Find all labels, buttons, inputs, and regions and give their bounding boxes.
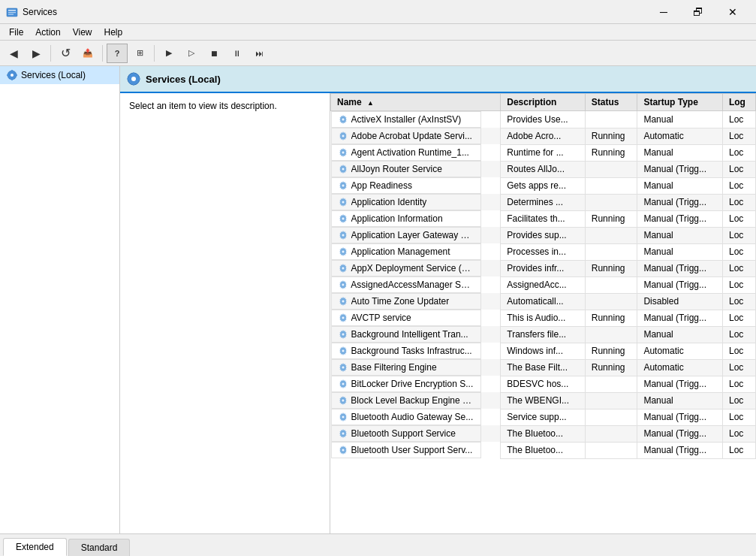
col-header-logon[interactable]: Log [722, 94, 755, 111]
table-row[interactable]: AllJoyn Router Service Routes AllJo...Ma… [331, 161, 756, 177]
gear-icon [338, 313, 348, 323]
pause-button[interactable]: ⏸ [226, 44, 247, 63]
service-status [585, 425, 637, 442]
service-logon: Loc [722, 177, 755, 194]
table-body: ActiveX Installer (AxInstSV) Provides Us… [331, 111, 756, 459]
help-button[interactable]: ? [107, 44, 128, 63]
description-sidebar: Select an item to view its description. [120, 93, 330, 533]
service-logon: Loc [722, 293, 755, 310]
close-button[interactable]: ✕ [715, 0, 750, 24]
gear-icon [338, 263, 348, 273]
service-logon: Loc [722, 442, 755, 458]
window-controls: ─ 🗗 ✕ [646, 0, 750, 24]
service-startup-type: Manual (Trigg... [637, 210, 723, 227]
service-name: Bluetooth Support Service [351, 428, 456, 439]
service-description: AssignedAcc... [501, 276, 586, 293]
menu-help[interactable]: Help [98, 26, 129, 39]
table-row[interactable]: Base Filtering Engine The Base Filt...Ru… [331, 359, 756, 376]
table-row[interactable]: App Readiness Gets apps re...ManualLoc [331, 177, 756, 194]
col-header-startup-type[interactable]: Startup Type [637, 94, 723, 111]
table-row[interactable]: AppX Deployment Service (A... Provides i… [331, 260, 756, 276]
col-header-status[interactable]: Status [585, 94, 637, 111]
table-row[interactable]: Auto Time Zone Updater Automaticall...Di… [331, 293, 756, 310]
service-description: Facilitates th... [501, 210, 586, 227]
play-button[interactable]: ▶ [158, 44, 179, 63]
back-button[interactable]: ◀ [3, 44, 24, 63]
service-startup-type: Manual (Trigg... [637, 425, 723, 442]
service-startup-type: Manual (Trigg... [637, 310, 723, 326]
gear-icon [338, 164, 348, 174]
table-row[interactable]: Bluetooth Audio Gateway Se... Service su… [331, 409, 756, 425]
svg-point-35 [341, 267, 344, 270]
table-row[interactable]: Adobe Acrobat Update Servi... Adobe Acro… [331, 128, 756, 144]
service-name: App Readiness [351, 180, 412, 191]
col-header-description[interactable]: Description [501, 94, 586, 111]
service-startup-type: Manual (Trigg... [637, 442, 723, 458]
table-row[interactable]: Application Identity Determines ...Manua… [331, 194, 756, 210]
table-row[interactable]: Application Layer Gateway S... Provides … [331, 227, 756, 243]
resume-button[interactable]: ⏭ [248, 44, 270, 63]
service-name: Application Identity [351, 197, 427, 207]
service-status: Running [585, 128, 637, 144]
table-row[interactable]: Block Level Backup Engine S... The WBENG… [331, 392, 756, 409]
service-logon: Loc [722, 111, 755, 128]
service-name: Application Management [351, 246, 450, 257]
service-logon: Loc [722, 161, 755, 177]
refresh-button[interactable]: ↺ [55, 44, 76, 63]
stop-button[interactable]: ⏹ [203, 44, 224, 63]
table-area[interactable]: Name ▲ Description Status Startup Type L… [330, 93, 756, 533]
table-row[interactable]: Application Information Facilitates th..… [331, 210, 756, 227]
svg-point-5 [11, 74, 14, 77]
table-row[interactable]: Agent Activation Runtime_1... Runtime fo… [331, 144, 756, 161]
service-logon: Loc [722, 260, 755, 276]
service-name-cell: Application Identity [331, 194, 481, 210]
table-row[interactable]: Background Tasks Infrastruc... Windows i… [331, 343, 756, 359]
service-name: Block Level Backup Engine S... [351, 395, 474, 406]
minimize-button[interactable]: ─ [646, 0, 681, 24]
menu-file[interactable]: File [3, 26, 29, 39]
table-row[interactable]: AVCTP service This is Audio...RunningMan… [331, 310, 756, 326]
table-row[interactable]: AssignedAccessManager Ser... AssignedAcc… [331, 276, 756, 293]
service-name-cell: Block Level Backup Engine S... [331, 392, 481, 409]
service-startup-type: Disabled [637, 293, 723, 310]
service-name: Bluetooth Audio Gateway Se... [351, 412, 474, 422]
forward-button[interactable]: ▶ [26, 44, 47, 63]
menu-view[interactable]: View [67, 26, 98, 39]
service-logon: Loc [722, 343, 755, 359]
service-description: Determines ... [501, 194, 586, 210]
menu-action[interactable]: Action [29, 26, 66, 39]
play2-button[interactable]: ▷ [181, 44, 202, 63]
services-table: Name ▲ Description Status Startup Type L… [330, 93, 756, 459]
table-row[interactable]: Background Intelligent Tran... Transfers… [331, 326, 756, 343]
tab-extended[interactable]: Extended [3, 538, 67, 556]
export-button[interactable]: 📤 [77, 44, 98, 63]
table-row[interactable]: Bluetooth User Support Serv... The Bluet… [331, 442, 756, 458]
services-header-bar: Services (Local) [120, 66, 756, 93]
restore-button[interactable]: 🗗 [681, 0, 715, 24]
service-name-cell: Auto Time Zone Updater [331, 293, 481, 310]
services-header-icon [126, 71, 141, 86]
service-logon: Loc [722, 310, 755, 326]
tab-standard[interactable]: Standard [68, 539, 131, 556]
service-startup-type: Manual [637, 392, 723, 409]
table-row[interactable]: BitLocker Drive Encryption S... BDESVC h… [331, 376, 756, 392]
service-startup-type: Manual [637, 227, 723, 243]
table-row[interactable]: Bluetooth Support Service The Bluetoo...… [331, 425, 756, 442]
table-header: Name ▲ Description Status Startup Type L… [331, 94, 756, 111]
gear-icon [338, 246, 348, 257]
service-description: The Bluetoo... [501, 425, 586, 442]
table-row[interactable]: ActiveX Installer (AxInstSV) Provides Us… [331, 111, 756, 128]
svg-rect-15 [138, 78, 140, 80]
service-description: Routes AllJo... [501, 161, 586, 177]
service-name: Bluetooth User Support Serv... [351, 445, 473, 455]
col-header-name[interactable]: Name ▲ [331, 94, 501, 111]
svg-point-51 [341, 399, 344, 402]
sidebar-item-services-local[interactable]: Services (Local) [0, 66, 119, 84]
service-startup-type: Manual (Trigg... [637, 260, 723, 276]
service-status [585, 276, 637, 293]
properties-button[interactable]: ⊞ [129, 44, 150, 63]
service-description: Runtime for ... [501, 144, 586, 161]
service-name-cell: Bluetooth Support Service [331, 425, 481, 442]
table-row[interactable]: Application Management Processes in...Ma… [331, 243, 756, 260]
menu-bar: File Action View Help [0, 24, 756, 41]
